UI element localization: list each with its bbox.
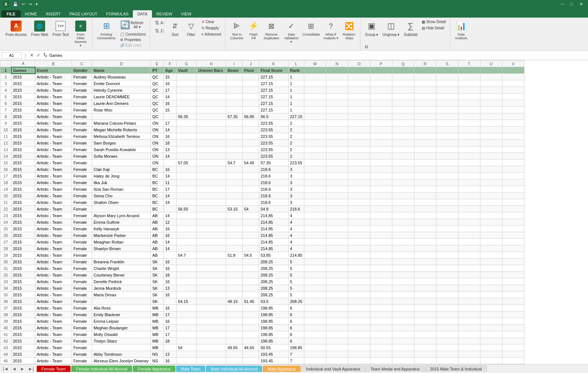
cell-S26[interactable] (436, 232, 458, 239)
cell-T45[interactable] (458, 358, 480, 364)
cell-A25[interactable]: 2015 (11, 226, 35, 232)
cell-I46[interactable] (226, 364, 243, 365)
col-header-O[interactable]: O (348, 61, 370, 67)
cell-J7[interactable] (243, 107, 259, 113)
cell-B31[interactable]: Artistic - Team (35, 265, 72, 272)
cell-N3[interactable] (326, 80, 348, 87)
cell-O37[interactable] (348, 305, 370, 311)
cell-I23[interactable] (226, 212, 243, 219)
cell-K36[interactable]: 53.5 (259, 298, 288, 305)
cell-J29[interactable]: 54.5 (243, 252, 259, 259)
cell-D6[interactable]: Laurie-Ann Demers (92, 100, 151, 107)
cell-S45[interactable] (436, 358, 458, 364)
cell-H37[interactable] (197, 305, 226, 311)
cell-B22[interactable]: Artistic - Team (35, 206, 72, 212)
cell-F43[interactable] (164, 344, 177, 351)
cell-P10[interactable] (370, 127, 392, 133)
cell-G27[interactable] (177, 239, 197, 245)
cell-G11[interactable] (177, 133, 197, 140)
customize-quickbtn[interactable]: ▾ (35, 1, 39, 7)
cell-G6[interactable] (177, 100, 197, 107)
cell-R24[interactable] (414, 219, 436, 226)
cell-R43[interactable] (414, 344, 436, 351)
sheet-tab-female-apparatus[interactable]: Female Apparatus (133, 366, 175, 372)
cell-H14[interactable] (197, 153, 226, 160)
maximize-btn[interactable]: □ (568, 2, 575, 7)
cell-G29[interactable]: 54.7 (177, 252, 197, 259)
cell-S32[interactable] (436, 272, 458, 278)
cell-H26[interactable] (197, 232, 226, 239)
cell-P2[interactable] (370, 74, 392, 80)
cell-S42[interactable] (436, 338, 458, 344)
cell-S16[interactable] (436, 166, 458, 173)
cell-V44[interactable] (502, 351, 524, 358)
cell-reference-box[interactable] (1, 52, 22, 59)
cell-C1[interactable]: Gender (72, 67, 92, 74)
cell-I9[interactable] (226, 120, 243, 127)
cell-Q39[interactable] (392, 318, 414, 325)
cell-K44[interactable]: 193.45 (259, 351, 288, 358)
col-header-L[interactable]: L (288, 61, 304, 67)
cell-O46[interactable] (348, 364, 370, 365)
cell-T5[interactable] (458, 94, 480, 100)
cell-O3[interactable] (348, 80, 370, 87)
cell-S1[interactable] (436, 67, 458, 74)
cell-H45[interactable] (197, 358, 226, 364)
cell-F18[interactable]: 11 (164, 179, 177, 186)
cell-I34[interactable] (226, 285, 243, 292)
cell-D9[interactable]: Mariana Colussi-Pelaez (92, 120, 151, 127)
cell-O32[interactable] (348, 272, 370, 278)
cell-T40[interactable] (458, 325, 480, 331)
cell-L37[interactable]: 6 (288, 305, 304, 311)
cell-J19[interactable] (243, 186, 259, 193)
cell-P37[interactable] (370, 305, 392, 311)
cell-B15[interactable]: Artistic - Team (35, 160, 72, 166)
cell-B28[interactable]: Artistic - Team (35, 245, 72, 252)
cell-H17[interactable] (197, 173, 226, 179)
cell-G33[interactable] (177, 278, 197, 285)
cell-E44[interactable]: NS (151, 351, 164, 358)
cell-B33[interactable]: Artistic - Team (35, 278, 72, 285)
cell-C11[interactable]: Female (72, 133, 92, 140)
cell-B20[interactable]: Artistic - Team (35, 193, 72, 199)
cell-T16[interactable] (458, 166, 480, 173)
cell-J46[interactable] (243, 364, 259, 365)
cell-A12[interactable]: 2015 (11, 140, 35, 146)
cell-D34[interactable]: Jenna Murdock (92, 285, 151, 292)
cell-Q5[interactable] (392, 94, 414, 100)
cell-U33[interactable] (480, 278, 502, 285)
cell-J28[interactable] (243, 245, 259, 252)
cell-N46[interactable] (326, 364, 348, 365)
cell-A11[interactable]: 2015 (11, 133, 35, 140)
cell-D40[interactable]: Meghan Boulanger (92, 325, 151, 331)
cell-L18[interactable]: 3 (288, 179, 304, 186)
cell-O28[interactable] (348, 245, 370, 252)
cell-D5[interactable]: Laurie DENOMMÉE (92, 94, 151, 100)
cell-U1[interactable] (480, 67, 502, 74)
cell-O26[interactable] (348, 232, 370, 239)
cell-A7[interactable]: 2015 (11, 107, 35, 113)
cell-V4[interactable] (502, 87, 524, 94)
cell-V13[interactable] (502, 146, 524, 153)
cell-O43[interactable] (348, 344, 370, 351)
cell-U42[interactable] (480, 338, 502, 344)
cell-O11[interactable] (348, 133, 370, 140)
cell-D25[interactable]: Kelly Hanasyk (92, 226, 151, 232)
cell-Q37[interactable] (392, 305, 414, 311)
cell-Q4[interactable] (392, 87, 414, 94)
cell-C12[interactable]: Female (72, 140, 92, 146)
cell-D33[interactable]: Denelle Pedrick (92, 278, 151, 285)
cell-S3[interactable] (436, 80, 458, 87)
cell-J22[interactable]: 54 (243, 206, 259, 212)
cell-G14[interactable] (177, 153, 197, 160)
cell-V37[interactable] (502, 305, 524, 311)
cell-H43[interactable] (197, 344, 226, 351)
cell-J33[interactable] (243, 278, 259, 285)
cell-J39[interactable] (243, 318, 259, 325)
cell-L2[interactable]: 1 (288, 74, 304, 80)
cell-O36[interactable] (348, 298, 370, 305)
cell-S24[interactable] (436, 219, 458, 226)
cell-D23[interactable]: Alyson Mary Lynn Arcand (92, 212, 151, 219)
cell-K5[interactable]: 227.15 (259, 94, 288, 100)
cell-U19[interactable] (480, 186, 502, 193)
